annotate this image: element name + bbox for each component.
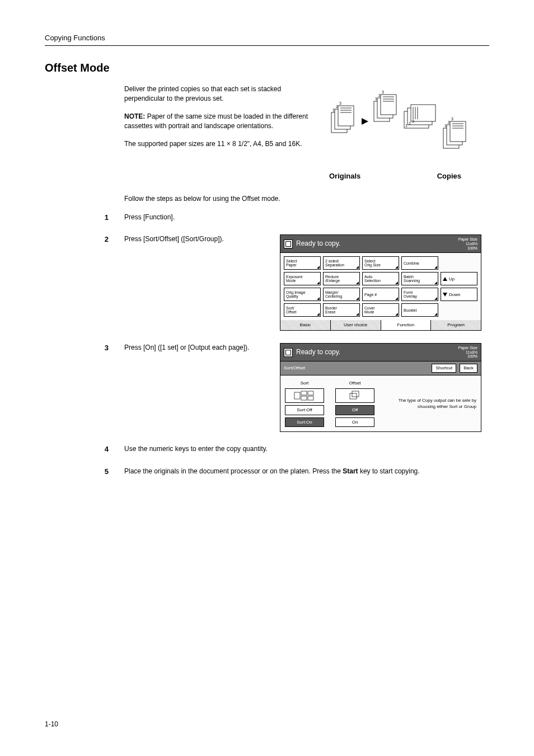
svg-text:1: 1 [332,108,335,112]
svg-rect-2 [338,106,354,126]
section-header: Copying Functions [45,34,489,46]
panel2-desc: The type of Copy output can be sele by c… [398,397,476,410]
tab-user-choice[interactable]: User choice [331,320,381,330]
note-body: Paper of the same size must be loaded in… [124,112,308,130]
tab-program[interactable]: Program [431,320,481,330]
svg-rect-37 [294,392,300,399]
panel-button[interactable]: SelectOrig.Size [362,256,399,270]
svg-marker-9 [362,118,368,125]
panel-button[interactable]: Orig.ImageQuality [284,288,321,301]
step-4-num: 4 [45,444,124,453]
panel-button[interactable]: ExposureMode [284,272,321,285]
intro-block: Deliver the printed copies so that each … [124,84,489,180]
diagram-copies-label: Copies [437,172,461,180]
offset-icon [335,388,374,403]
panel-button[interactable]: Booklet [401,303,438,317]
step-2-num: 2 [45,234,124,243]
offset-diagram: 1 2 3 1 2 3 [326,84,471,168]
svg-rect-39 [301,396,307,400]
panel-button[interactable]: AutoSelection [362,272,399,285]
panel2-breadcrumb: Sort/Offset [284,365,428,372]
down-button[interactable]: Down [441,288,477,301]
offset-on-button[interactable]: On [335,417,374,428]
offset-off-button[interactable]: Off [335,405,374,415]
panel-button[interactable]: 2 sided/Separation [323,256,360,270]
panel-button[interactable]: CoverMode [362,303,399,317]
panel2-papersize: 11x8½ [458,350,477,355]
svg-text:3: 3 [451,117,453,121]
panel-button[interactable]: Reduce/Enlarge [323,272,360,285]
touch-panel-function: Ready to copy. Paper Size 11x8½ 100% Sel… [280,234,481,331]
offset-column-label: Offset [335,380,374,387]
svg-text:1: 1 [444,124,447,128]
svg-text:2: 2 [336,105,338,109]
page-title: Offset Mode [45,62,489,74]
svg-rect-41 [308,396,313,400]
panel1-zoom: 100% [458,246,477,251]
step-2-text: Press [Sort/Offset] ([Sort/Group]). [124,234,270,244]
svg-rect-12 [381,95,396,115]
panel2-title: Ready to copy. [296,348,340,357]
panel1-papersize-label: Paper Size [458,237,477,242]
panel-button[interactable]: Margin/Centering [323,288,360,301]
panel2-zoom: 100% [458,354,477,359]
svg-rect-21 [411,105,435,121]
svg-text:1: 1 [375,97,377,101]
panel-button[interactable]: BatchScanning [401,272,438,285]
panel1-title: Ready to copy. [296,239,340,248]
step-3-text: Press [On] ([1 set] or [Output each page… [124,343,270,353]
sort-off-button[interactable]: Sort:Off [285,405,324,415]
panel-button[interactable]: FormOverlay [401,288,438,301]
copy-icon [284,348,293,357]
svg-rect-43 [352,391,359,397]
svg-rect-30 [450,121,466,142]
sort-column-label: Sort [285,380,324,387]
panel-button[interactable]: Page # [362,288,399,301]
sort-icon [285,388,324,403]
step-3-num: 3 [45,343,124,352]
panel-button[interactable]: SelectPaper [284,256,321,270]
svg-text:3: 3 [339,101,341,105]
svg-rect-42 [350,393,357,399]
svg-rect-40 [308,391,313,395]
sort-on-button[interactable]: Sort:On [285,417,324,428]
tab-function[interactable]: Function [381,320,432,330]
panel-button[interactable]: Sort/Offset [284,303,321,317]
svg-text:2: 2 [448,120,450,124]
intro-p3: The supported paper sizes are 11 × 8 1/2… [124,139,315,149]
note-label: NOTE: [124,112,145,120]
intro-note: NOTE: Paper of the same size must be loa… [124,112,315,132]
copy-icon [284,240,293,248]
svg-text:2: 2 [378,93,381,97]
back-button[interactable]: Back [460,364,477,373]
intro-p1: Deliver the printed copies so that each … [124,84,315,104]
svg-text:1: 1 [405,124,407,128]
follow-text: Follow the steps as below for using the … [124,195,489,203]
panel1-papersize: 11x8½ [458,242,477,246]
page-number: 1-10 [45,720,58,728]
panel-button[interactable]: Combine [401,256,438,270]
diagram-originals-label: Originals [329,172,360,180]
step-1-text: Press [Function]. [124,213,489,222]
touch-panel-sort-offset: Ready to copy. Paper Size 11x8½ 100% Sor… [280,343,481,432]
step-1-num: 1 [45,213,124,222]
svg-text:3: 3 [412,119,414,123]
step-5-num: 5 [45,467,124,476]
shortcut-button[interactable]: Shortcut [432,364,456,373]
panel2-papersize-label: Paper Size [458,346,477,350]
step-5-text: Place the originals in the document proc… [124,467,489,476]
tab-basic[interactable]: Basic [280,320,331,330]
start-key-label: Start [343,467,358,475]
step-4-text: Use the numeric keys to enter the copy q… [124,444,489,454]
svg-text:2: 2 [409,121,411,125]
svg-text:3: 3 [382,90,384,94]
up-button[interactable]: Up [441,272,477,285]
panel-button[interactable]: BorderErase [323,303,360,317]
svg-rect-38 [301,391,307,395]
